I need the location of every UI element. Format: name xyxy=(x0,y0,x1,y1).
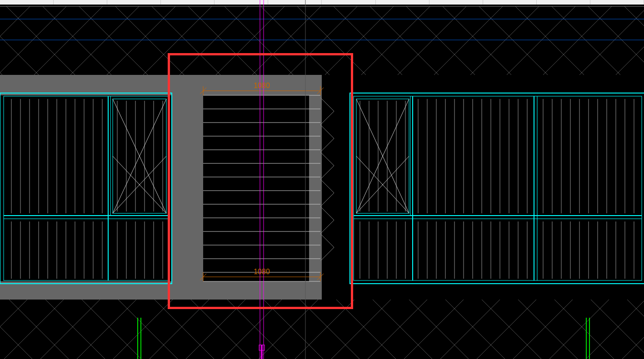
svg-rect-0 xyxy=(0,75,644,300)
drawing-svg xyxy=(0,0,644,359)
opening-void xyxy=(203,95,309,281)
cad-canvas[interactable]: 1080 1080 xyxy=(0,0,644,359)
wall-jamb-right xyxy=(309,75,322,300)
wall-lintel-left xyxy=(0,75,320,95)
dimension-label-top: 1080 xyxy=(254,82,270,90)
dimension-label-bottom: 1080 xyxy=(254,268,270,276)
wall-jamb-left xyxy=(171,75,203,300)
